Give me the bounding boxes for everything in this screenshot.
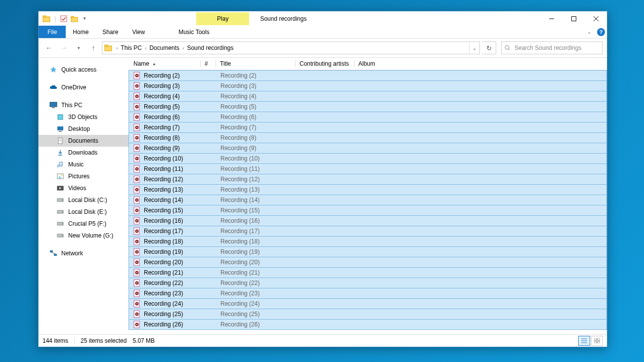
ribbon-expand[interactable]: ⌄: [583, 26, 595, 38]
refresh-button[interactable]: ↻: [482, 41, 496, 54]
nav-crucial-p5-f-[interactable]: Crucial P5 (F:): [39, 218, 129, 230]
nav-onedrive[interactable]: OneDrive: [39, 81, 129, 93]
nav-pictures[interactable]: Pictures: [39, 170, 129, 182]
file-list[interactable]: Recording (2)Recording (2)Recording (3)R…: [129, 70, 607, 335]
up-button[interactable]: ↑: [87, 41, 100, 54]
file-row[interactable]: Recording (19)Recording (19): [129, 246, 607, 257]
svg-point-110: [136, 314, 137, 315]
view-tab[interactable]: View: [125, 26, 152, 38]
crumb-sound-recordings[interactable]: Sound recordings: [185, 44, 235, 51]
nav-new-volume-g-[interactable]: New Volume (G:): [39, 230, 129, 241]
help-button[interactable]: ?: [595, 26, 607, 38]
svg-point-33: [62, 223, 63, 224]
svg-point-113: [136, 324, 137, 325]
file-title: Recording (16): [220, 217, 259, 224]
music-tools-tab[interactable]: Music Tools: [172, 26, 216, 38]
file-row[interactable]: Recording (12)Recording (12): [129, 174, 607, 185]
file-name: Recording (15): [144, 207, 220, 214]
crumb-documents[interactable]: Documents: [147, 44, 181, 51]
svg-point-35: [62, 235, 63, 236]
file-row[interactable]: Recording (20)Recording (20): [129, 257, 607, 268]
file-row[interactable]: Recording (4)Recording (4): [129, 91, 607, 102]
file-row[interactable]: Recording (7)Recording (7): [129, 122, 607, 133]
file-row[interactable]: Recording (16)Recording (16): [129, 215, 607, 226]
close-button[interactable]: [585, 11, 607, 26]
column-album[interactable]: Album: [358, 60, 408, 67]
cloud-icon: [49, 83, 57, 91]
file-row[interactable]: Recording (23)Recording (23): [129, 288, 607, 299]
network-icon: [49, 249, 57, 257]
svg-line-38: [51, 252, 55, 254]
file-row[interactable]: Recording (15)Recording (15): [129, 205, 607, 216]
file-row[interactable]: Recording (21)Recording (21): [129, 267, 607, 278]
nav-local-disk-e-[interactable]: Local Disk (E:): [39, 206, 129, 218]
file-title: Recording (14): [220, 197, 259, 203]
nav-network[interactable]: Network: [39, 247, 129, 259]
file-row[interactable]: Recording (22)Recording (22): [129, 278, 607, 288]
file-row[interactable]: Recording (26)Recording (26): [129, 319, 607, 330]
nav-videos[interactable]: Videos: [39, 182, 129, 194]
nav-quick-access[interactable]: Quick access: [39, 64, 129, 76]
nav-desktop[interactable]: Desktop: [39, 123, 129, 135]
qat-separator: |: [54, 15, 56, 22]
nav-3d-objects[interactable]: 3D Objects: [39, 111, 129, 123]
nav-documents[interactable]: Documents: [39, 135, 129, 147]
nav-this-pc[interactable]: This PC: [39, 99, 129, 111]
file-title: Recording (7): [220, 124, 257, 131]
file-row[interactable]: Recording (24)Recording (24): [129, 298, 607, 309]
home-tab[interactable]: Home: [66, 26, 95, 38]
file-title: Recording (10): [220, 155, 259, 162]
file-row[interactable]: Recording (2)Recording (2): [129, 70, 607, 81]
share-tab[interactable]: Share: [95, 26, 125, 38]
address-bar-row: ← → ▾ ↑ › This PC › Documents › Sound re…: [39, 39, 607, 58]
svg-point-101: [136, 282, 137, 283]
maximize-button[interactable]: [562, 11, 585, 26]
file-row[interactable]: Recording (9)Recording (9): [129, 143, 607, 154]
play-tab[interactable]: Play: [196, 12, 249, 25]
nav-local-disk-c-[interactable]: Local Disk (C:): [39, 194, 129, 206]
file-row[interactable]: Recording (3)Recording (3): [129, 80, 607, 91]
file-row[interactable]: Recording (25)Recording (25): [129, 309, 607, 320]
forward-button[interactable]: →: [57, 41, 70, 54]
titlebar: | ▼ Play Sound recordings: [39, 11, 607, 26]
column-number[interactable]: #: [205, 60, 215, 67]
qat-dropdown[interactable]: ▼: [83, 16, 86, 21]
address-history[interactable]: ⌄: [469, 42, 479, 54]
file-row[interactable]: Recording (5)Recording (5): [129, 101, 607, 112]
minimize-button[interactable]: [540, 11, 562, 26]
recent-locations[interactable]: ▾: [72, 41, 85, 54]
file-row[interactable]: Recording (11)Recording (11): [129, 163, 607, 174]
audio-file-icon: [133, 238, 141, 245]
file-row[interactable]: Recording (8)Recording (8): [129, 132, 607, 143]
file-row[interactable]: Recording (17)Recording (17): [129, 226, 607, 237]
file-name: Recording (22): [144, 280, 220, 286]
svg-point-83: [136, 220, 137, 221]
svg-rect-119: [594, 341, 597, 343]
file-row[interactable]: Recording (6)Recording (6): [129, 112, 607, 122]
folder-type-icon: [56, 220, 64, 228]
file-name: Recording (17): [144, 228, 220, 235]
file-row[interactable]: Recording (14)Recording (14): [129, 195, 607, 205]
crumb-this-pc[interactable]: This PC: [119, 44, 144, 51]
back-button[interactable]: ←: [43, 41, 55, 54]
column-name[interactable]: Name▲: [133, 60, 200, 67]
file-row[interactable]: Recording (10)Recording (10): [129, 153, 607, 164]
breadcrumb[interactable]: › This PC › Documents › Sound recordings…: [102, 41, 480, 54]
svg-point-25: [61, 175, 62, 176]
file-title: Recording (18): [220, 238, 259, 245]
file-title: Recording (19): [220, 248, 259, 255]
file-tab[interactable]: File: [39, 26, 66, 38]
thumbnails-view-button[interactable]: [591, 336, 603, 346]
nav-music[interactable]: Music: [39, 159, 129, 170]
file-row[interactable]: Recording (18)Recording (18): [129, 236, 607, 247]
column-title[interactable]: Title: [220, 60, 295, 67]
new-folder-icon[interactable]: [71, 15, 79, 23]
properties-icon[interactable]: [60, 15, 68, 23]
file-row[interactable]: Recording (13)Recording (13): [129, 184, 607, 195]
svg-rect-14: [50, 102, 57, 107]
column-artists[interactable]: Contributing artists: [300, 60, 354, 67]
svg-point-98: [136, 272, 137, 273]
search-input[interactable]: Search Sound recordings: [501, 41, 603, 54]
details-view-button[interactable]: [578, 336, 590, 346]
nav-downloads[interactable]: Downloads: [39, 147, 129, 159]
